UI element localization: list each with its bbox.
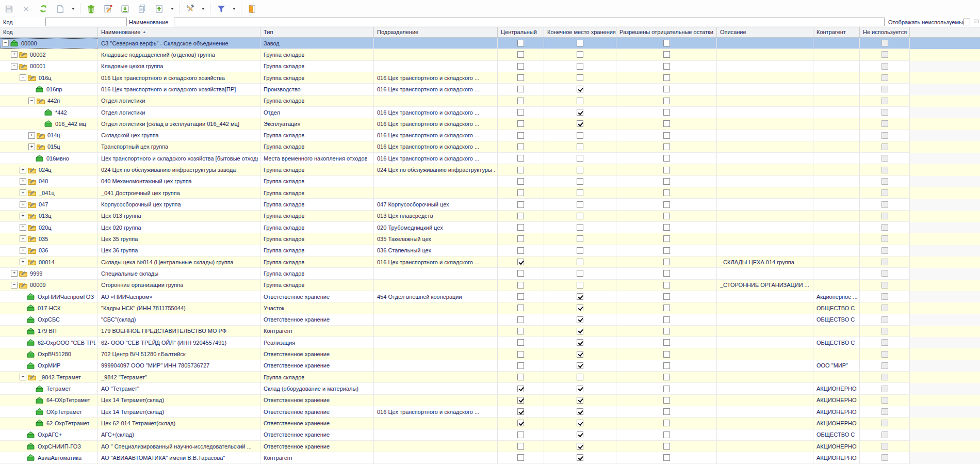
cell-code[interactable]: ОхрАГС+	[0, 429, 98, 441]
not-used-checkbox[interactable]	[881, 63, 888, 70]
table-row[interactable]: ТетраметАО "Тетрамет"Склад (оборудование…	[0, 383, 980, 394]
column-header-description[interactable]: Описание	[717, 27, 813, 37]
final-storage-checkbox[interactable]	[577, 408, 583, 415]
cell-department[interactable]	[374, 452, 498, 463]
cell-description[interactable]	[717, 222, 813, 233]
cell-code[interactable]: +036	[0, 245, 98, 257]
cell-department[interactable]: 016 Цех транспортного и складского ...	[374, 72, 498, 84]
cell-name[interactable]: "СБС"(склад)	[98, 314, 260, 326]
final-storage-checkbox[interactable]	[577, 454, 583, 461]
expand-icon[interactable]: +	[20, 167, 26, 173]
not-used-checkbox[interactable]	[881, 431, 888, 438]
central-checkbox[interactable]	[517, 213, 524, 219]
cell-contractor[interactable]	[813, 233, 860, 245]
central-checkbox[interactable]	[517, 374, 524, 380]
final-storage-checkbox[interactable]	[577, 189, 583, 196]
not-used-checkbox[interactable]	[881, 397, 888, 404]
central-checkbox[interactable]	[517, 120, 524, 127]
expand-icon[interactable]: +	[20, 189, 26, 196]
central-checkbox[interactable]	[517, 282, 524, 289]
final-storage-checkbox[interactable]	[577, 51, 583, 58]
not-used-checkbox[interactable]	[881, 74, 888, 81]
cell-code[interactable]: ОхрСБС	[0, 314, 98, 326]
cell-department[interactable]	[374, 429, 498, 441]
table-row[interactable]: 62-ОхрТетраметЦех 62-014 Тетрамет(склад)…	[0, 418, 980, 429]
cell-name[interactable]: 999904097 ООО "МИР" ИНН 7805736727	[98, 360, 260, 372]
final-storage-checkbox[interactable]	[577, 98, 583, 104]
cell-description[interactable]	[717, 302, 813, 314]
cell-department[interactable]: 016 Цех транспортного и складского ...	[374, 406, 498, 418]
table-row[interactable]: ОхрВЧ51280702 Центр В/Ч 51280 г.Балтийск…	[0, 348, 980, 360]
column-header-negative_allowed[interactable]: Разрешены отрицательные остатки	[616, 27, 717, 37]
cell-type[interactable]: Завод	[260, 38, 374, 49]
cell-type[interactable]: Группа складов	[260, 257, 374, 268]
cell-code[interactable]: +040	[0, 176, 98, 187]
final-storage-checkbox[interactable]	[577, 213, 583, 219]
cell-description[interactable]	[717, 176, 813, 187]
not-used-checkbox[interactable]	[881, 293, 888, 300]
cell-code[interactable]: −00000	[0, 38, 98, 49]
table-row[interactable]: −_9842-Тетрамет_9842 "Тетрамет"Группа ск…	[0, 372, 980, 383]
negative-allowed-checkbox[interactable]	[663, 270, 670, 277]
central-checkbox[interactable]	[517, 98, 524, 104]
central-checkbox[interactable]	[517, 132, 524, 139]
central-checkbox[interactable]	[517, 362, 524, 369]
final-storage-checkbox[interactable]	[577, 109, 583, 116]
cell-contractor[interactable]: ОБЩЕСТВО С ...	[813, 337, 860, 348]
cell-name[interactable]: Кладовые подразделений (отделов) группа	[98, 49, 260, 60]
column-header-department[interactable]: Подразделение	[374, 27, 498, 37]
cell-department[interactable]: 013 Цех плавсредств	[374, 211, 498, 222]
cell-code[interactable]: 016_442 мц	[0, 118, 98, 130]
table-row[interactable]: +00002Кладовые подразделений (отделов) г…	[0, 49, 980, 60]
table-row[interactable]: ОхрНИИЧаспромГОЗАО «НИИЧаспром»Ответстве…	[0, 291, 980, 302]
final-storage-checkbox[interactable]	[577, 143, 583, 150]
table-row[interactable]: 016мвноЦех транспортного и складского хо…	[0, 153, 980, 164]
create-button[interactable]	[53, 2, 67, 16]
final-storage-checkbox[interactable]	[577, 247, 583, 254]
cell-contractor[interactable]	[813, 245, 860, 257]
cell-contractor[interactable]	[813, 38, 860, 49]
negative-allowed-checkbox[interactable]	[663, 178, 670, 185]
cell-code[interactable]: 179 ВП	[0, 326, 98, 337]
cell-name[interactable]: 016 Цех транспортного и складского хозяй…	[98, 84, 260, 95]
negative-allowed-checkbox[interactable]	[663, 224, 670, 231]
table-row[interactable]: +035Цех 35 группаГруппа складов035 Такел…	[0, 233, 980, 245]
cell-name[interactable]: СЗ "Северная верфь" - Складское объедине…	[98, 38, 260, 49]
final-storage-checkbox[interactable]	[577, 293, 583, 300]
central-checkbox[interactable]	[517, 40, 524, 46]
final-storage-checkbox[interactable]	[577, 235, 583, 242]
cell-name[interactable]: Отдел логистики	[98, 107, 260, 118]
cell-contractor[interactable]	[813, 268, 860, 279]
not-used-checkbox[interactable]	[881, 247, 888, 254]
cell-code[interactable]: +_041ц	[0, 187, 98, 199]
cell-contractor[interactable]	[813, 326, 860, 337]
cell-name[interactable]: Цех 013 группа	[98, 211, 260, 222]
filter-button[interactable]	[214, 2, 228, 16]
central-checkbox[interactable]	[517, 259, 524, 265]
cell-description[interactable]	[717, 84, 813, 95]
cell-department[interactable]: 454 Отдел внешней кооперации	[374, 291, 498, 302]
cell-department[interactable]: 016 Цех транспортного и складского ...	[374, 257, 498, 268]
central-checkbox[interactable]	[517, 386, 524, 392]
central-checkbox[interactable]	[517, 454, 524, 461]
expand-icon[interactable]: +	[20, 213, 26, 219]
cell-code[interactable]: +013ц	[0, 211, 98, 222]
column-header-type[interactable]: Тип	[260, 27, 374, 37]
negative-allowed-checkbox[interactable]	[663, 155, 670, 162]
cell-department[interactable]: 036 Стапельный цех	[374, 245, 498, 257]
cell-type[interactable]: Производство	[260, 84, 374, 95]
negative-allowed-checkbox[interactable]	[663, 40, 670, 46]
final-storage-checkbox[interactable]	[577, 386, 583, 392]
cell-department[interactable]	[374, 49, 498, 60]
cell-name[interactable]: Корпусосборочный цех группа	[98, 199, 260, 210]
table-row[interactable]: +036Цех 36 группаГруппа складов036 Стапе…	[0, 245, 980, 257]
cell-type[interactable]: Ответственное хранение	[260, 406, 374, 418]
not-used-checkbox[interactable]	[881, 178, 888, 185]
cell-type[interactable]: Эксплуатация	[260, 118, 374, 130]
cell-name[interactable]: Транспортный цех группа	[98, 141, 260, 153]
copy-button[interactable]	[135, 2, 149, 16]
cell-type[interactable]: Ответственное хранение	[260, 395, 374, 406]
cell-contractor[interactable]	[813, 199, 860, 210]
not-used-checkbox[interactable]	[881, 351, 888, 358]
central-checkbox[interactable]	[517, 201, 524, 208]
